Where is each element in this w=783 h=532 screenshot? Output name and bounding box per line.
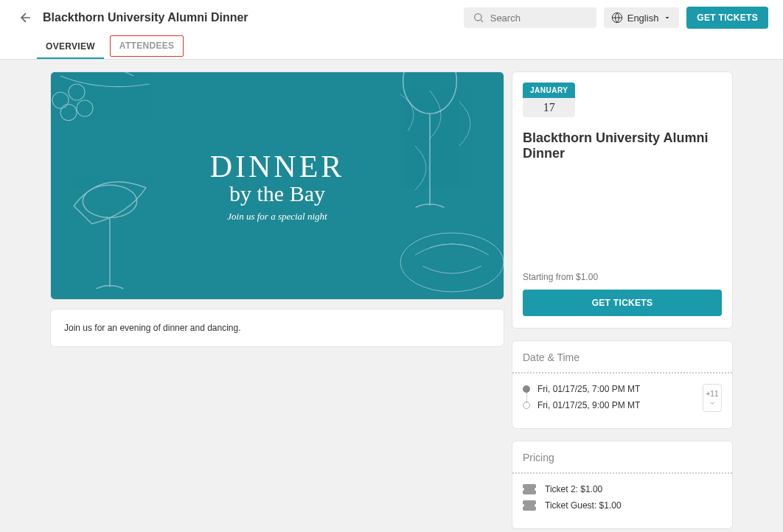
date-chip-month: JANUARY [523,83,575,98]
start-datetime: Fri, 01/17/25, 7:00 PM MT [537,384,640,394]
pricing-item-label: Ticket 2: $1.00 [545,484,602,494]
search-icon [473,12,484,24]
hero-image: DINNER by the Bay Join us for a special … [51,72,504,299]
svg-point-5 [83,185,136,217]
svg-point-6 [52,92,69,108]
pricing-item-label: Ticket Guest: $1.00 [545,500,622,511]
language-selector[interactable]: English [604,7,680,28]
date-chip: JANUARY 17 [523,83,575,117]
event-description: Join us for an evening of dinner and dan… [64,323,241,333]
get-tickets-main-button[interactable]: GET TICKETS [523,290,722,316]
price-starting: Starting from $1.00 [523,272,722,282]
datetime-heading: Date & Time [523,351,722,363]
tab-overview[interactable]: OVERVIEW [37,35,104,59]
datetime-card: Date & Time Fri, 01/17/25, 7:00 PM MT Fr… [512,340,733,429]
tab-attendees[interactable]: ATTENDEES [110,35,184,57]
ticket-icon [523,484,536,494]
hero-card: DINNER by the Bay Join us for a special … [50,71,504,300]
ticket-icon [523,500,536,511]
start-bullet-icon [523,385,530,393]
hero-subtitle: by the Bay [210,181,345,206]
event-title: Blackthorn University Alumni Dinner [523,130,722,161]
svg-point-8 [60,105,77,121]
calendar-badge: +11 [706,390,719,398]
date-chip-day: 17 [523,98,575,117]
description-card: Join us for an evening of dinner and dan… [50,309,504,347]
language-label: English [627,13,659,24]
search-input[interactable] [490,13,588,24]
globe-icon [611,12,623,24]
page-title: Blackthorn University Alumni Dinner [43,11,248,24]
event-summary-card: JANUARY 17 Blackthorn University Alumni … [512,71,733,329]
pricing-item: Ticket Guest: $1.00 [523,500,722,511]
hero-tagline: Join us for a special night [210,211,345,223]
svg-point-9 [77,100,93,116]
pricing-item: Ticket 2: $1.00 [523,484,722,494]
hero-title: DINNER [210,149,345,184]
pricing-heading: Pricing [523,452,722,463]
add-to-calendar-button[interactable]: +11 [703,384,722,412]
svg-point-7 [69,84,85,100]
get-tickets-button[interactable]: GET TICKETS [686,7,768,29]
back-button[interactable] [15,7,37,29]
svg-point-0 [474,14,481,21]
chevron-down-icon [663,13,672,22]
svg-point-10 [400,233,504,292]
end-datetime: Fri, 01/17/25, 9:00 PM MT [537,400,640,410]
svg-line-1 [481,20,483,22]
chevron-down-icon [709,399,716,407]
pricing-card: Pricing Ticket 2: $1.00 Ticket Guest: $1… [512,441,733,529]
search-box[interactable] [464,7,596,28]
